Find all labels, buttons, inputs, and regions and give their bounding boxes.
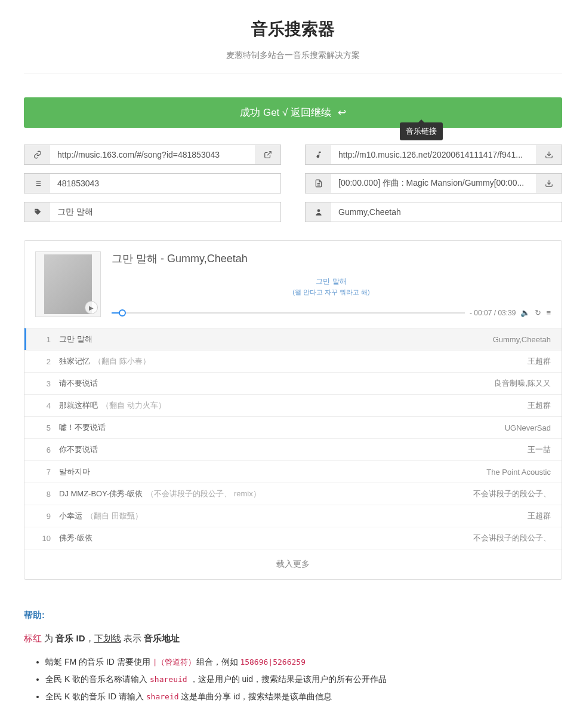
playlist-row[interactable]: 9小幸运（翻自 田馥甄）王超群 bbox=[24, 505, 562, 527]
volume-icon[interactable]: 🔈 bbox=[520, 308, 530, 317]
header: 音乐搜索器 麦葱特制多站合一音乐搜索解决方案 bbox=[24, 0, 562, 73]
lyrics: 그만 말해 (왤 안다고 자꾸 뭐라고 해) bbox=[112, 277, 551, 303]
player-title: 그만 말해 - Gummy,Cheetah bbox=[112, 251, 551, 266]
user-icon bbox=[305, 202, 331, 222]
playlist-row[interactable]: 7말하지마The Point Acoustic bbox=[24, 460, 562, 483]
help-item: 蜻蜓 FM 的音乐 ID 需要使用 |（管道符）组合，例如 158696|526… bbox=[45, 655, 562, 669]
help-item: 全民 K 歌的音乐 ID 请输入 shareid 这是单曲分享 id，搜索结果是… bbox=[45, 690, 562, 704]
help-section: 帮助: 标红 为 音乐 ID，下划线 表示 音乐地址 蜻蜓 FM 的音乐 ID … bbox=[24, 610, 562, 703]
page-subtitle: 麦葱特制多站合一音乐搜索解决方案 bbox=[24, 50, 562, 61]
return-icon: ↩ bbox=[338, 107, 346, 118]
list-icon bbox=[24, 173, 50, 193]
player-box: ▶ 그만 말해 - Gummy,Cheetah 그만 말해 (왤 안다고 자꾸 … bbox=[24, 240, 562, 580]
load-more-button[interactable]: 载入更多 bbox=[24, 549, 562, 579]
alert-text: 成功 Get √ 返回继续 bbox=[240, 107, 334, 118]
song-url-group bbox=[24, 145, 281, 165]
download-lyric-button[interactable] bbox=[536, 173, 562, 193]
success-alert[interactable]: 成功 Get √ 返回继续 ↩ 音乐链接 bbox=[24, 97, 562, 128]
playlist-row[interactable]: 6你不要说话王一喆 bbox=[24, 438, 562, 460]
song-id-group bbox=[24, 173, 281, 193]
open-link-button[interactable] bbox=[255, 145, 281, 165]
music-icon bbox=[305, 145, 331, 165]
music-link-tooltip: 音乐链接 bbox=[400, 122, 443, 140]
lyric-input[interactable] bbox=[331, 173, 536, 193]
svg-point-8 bbox=[35, 210, 36, 211]
artist-input[interactable] bbox=[331, 202, 562, 222]
playlist-row[interactable]: 10佛秀·皈依不会讲段子的段公子、 bbox=[24, 527, 562, 549]
help-legend: 标红 为 音乐 ID，下划线 表示 音乐地址 bbox=[24, 633, 562, 644]
playlist-icon[interactable]: ≡ bbox=[546, 308, 551, 317]
help-list: 蜻蜓 FM 的音乐 ID 需要使用 |（管道符）组合，例如 158696|526… bbox=[24, 655, 562, 703]
song-name-group bbox=[24, 202, 281, 222]
playlist-row[interactable]: 8DJ MMZ-BOY-佛秀-皈依（不会讲段子的段公子、 remix）不会讲段子… bbox=[24, 483, 562, 505]
help-item: 全民 K 歌的音乐名称请输入 shareuid ，这是用户的 uid，搜索结果是… bbox=[45, 672, 562, 686]
link-icon bbox=[24, 145, 50, 165]
album-art[interactable]: ▶ bbox=[35, 251, 101, 317]
loop-icon[interactable]: ↻ bbox=[535, 308, 541, 317]
download-music-button[interactable] bbox=[536, 145, 562, 165]
progress-handle[interactable] bbox=[119, 309, 126, 317]
artist-group bbox=[305, 202, 562, 222]
play-icon[interactable]: ▶ bbox=[85, 301, 98, 314]
music-url-input[interactable] bbox=[331, 145, 536, 165]
playlist: 1그만 말해Gummy,Cheetah2独家记忆（翻自 陈小春）王超群3请不要说… bbox=[24, 328, 562, 549]
progress-bar[interactable] bbox=[112, 312, 465, 314]
page-title: 音乐搜索器 bbox=[24, 18, 562, 41]
time-display: - 00:07 / 03:39 bbox=[470, 309, 516, 317]
playlist-row[interactable]: 5嘘！不要说话UGNeverSad bbox=[24, 416, 562, 438]
playlist-row[interactable]: 4那就这样吧（翻自 动力火车）王超群 bbox=[24, 394, 562, 416]
playlist-row[interactable]: 1그만 말해Gummy,Cheetah bbox=[24, 328, 562, 350]
lyric-group bbox=[305, 173, 562, 193]
playlist-row[interactable]: 3请不要说话良音制噪,陈又又 bbox=[24, 372, 562, 394]
music-url-group bbox=[305, 145, 562, 165]
file-icon bbox=[305, 173, 331, 193]
svg-point-9 bbox=[317, 209, 320, 212]
playlist-row[interactable]: 2独家记忆（翻自 陈小春）王超群 bbox=[24, 350, 562, 372]
help-heading: 帮助: bbox=[24, 610, 562, 621]
song-url-input[interactable] bbox=[50, 145, 255, 165]
tag-icon bbox=[24, 202, 50, 222]
song-name-input[interactable] bbox=[50, 202, 281, 222]
song-id-input[interactable] bbox=[50, 173, 281, 193]
